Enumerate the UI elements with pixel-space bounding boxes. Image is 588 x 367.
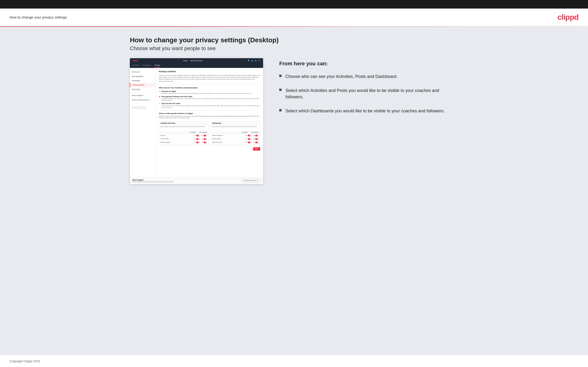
practice-coaches-toggle[interactable]: ON bbox=[194, 138, 199, 140]
bullet-text-3: Select which Dashboards you would like t… bbox=[285, 108, 445, 114]
mock-row-playerdash: Player Dashboard ON ON bbox=[211, 134, 260, 137]
bullet-list: Choose who can see your Activities, Post… bbox=[279, 73, 458, 114]
mock-subnav-settings[interactable]: Settings bbox=[154, 64, 160, 68]
mock-sidebar-dataintegrations[interactable]: Data Integrations › bbox=[130, 74, 156, 79]
mock-row-rounds: Rounds ON ON bbox=[159, 134, 208, 137]
col-followers: FOLLOWERS bbox=[199, 132, 207, 133]
toggle-pill bbox=[255, 138, 259, 140]
mock-subnav: My Profile Connections Settings bbox=[130, 63, 263, 68]
mock-sidebar-mygolfbag[interactable]: My Golf Bag › bbox=[130, 87, 156, 92]
mock-radio-group: Everyone on Clippd Everyone on Clippd ca… bbox=[159, 91, 260, 108]
whattowrkon-followers-toggle[interactable]: ON bbox=[253, 142, 259, 143]
row-label-roundinsights: Round Insights bbox=[212, 138, 221, 140]
mock-radio-onlyyou[interactable]: Only You and Your Coach Only you and the… bbox=[159, 103, 260, 108]
mock-radio-followers[interactable]: Only Approved Followers and Your Coach O… bbox=[159, 96, 260, 101]
manual-followers-toggle[interactable]: ON bbox=[201, 142, 207, 143]
search-icon: 🔍 bbox=[248, 60, 250, 62]
radio-label-everyone: Everyone on Clippd bbox=[162, 91, 252, 92]
mock-sidebar: My Account › Data Integrations › Subscri… bbox=[130, 68, 156, 177]
mock-sidebar-privacy-policy[interactable]: Service & Privacy Policy ↗ bbox=[130, 98, 156, 102]
mock-row-practice: Practice Drills ON ON bbox=[159, 137, 208, 141]
mock-sidebar-myaccount[interactable]: My Account › bbox=[130, 70, 156, 74]
footer: Copyright Clippd 2022 bbox=[0, 355, 588, 367]
rounds-coaches-toggle[interactable]: ON bbox=[194, 135, 199, 136]
playerdash-followers-toggle[interactable]: ON bbox=[253, 135, 259, 136]
bullet-item-3: Select which Dashboards you would like t… bbox=[279, 108, 458, 114]
mock-activities-header: Activities and Posts bbox=[159, 121, 208, 125]
main-content: How to change your privacy settings (Des… bbox=[0, 27, 588, 355]
mock-subnav-connections[interactable]: Connections bbox=[142, 64, 151, 68]
user-icon: 👤 bbox=[254, 60, 257, 62]
clippd-logo: clippd bbox=[558, 13, 579, 22]
screenshot-container: clippd Home My Performance 🔍 ⊞ 👤 🏴 bbox=[130, 58, 263, 184]
mock-section-desc: Control how you and your data appears to… bbox=[159, 74, 260, 82]
chevron-icon: › bbox=[153, 84, 154, 86]
row-label-rounds: Rounds bbox=[161, 135, 165, 136]
playerdash-toggles: ON ON bbox=[245, 135, 259, 136]
toggle-pill bbox=[248, 135, 251, 136]
whattowrkon-coaches-toggle[interactable]: ON bbox=[245, 142, 251, 143]
mock-dashboards-section: Dashboards Select the types of activity … bbox=[210, 121, 260, 144]
mock-section-title: Privacy Controls bbox=[159, 70, 260, 73]
mock-help-title: Help & Support bbox=[132, 179, 174, 181]
playerdash-coaches-toggle[interactable]: ON bbox=[245, 135, 251, 136]
rounds-followers-toggle[interactable]: ON bbox=[201, 135, 207, 136]
row-label-practice: Practice Drills bbox=[161, 138, 169, 140]
manual-coaches-toggle[interactable]: ON bbox=[194, 142, 199, 143]
mock-nav: Home My Performance bbox=[183, 60, 203, 62]
bullet-square-1 bbox=[279, 75, 282, 77]
toggle-pill bbox=[204, 138, 207, 140]
mock-body: My Account › Data Integrations › Subscri… bbox=[130, 68, 263, 177]
mock-logo: clippd bbox=[132, 59, 138, 62]
toggle-pill bbox=[255, 142, 259, 143]
bullet-item-1: Choose who can see your Activities, Post… bbox=[279, 73, 458, 80]
toggle-pill bbox=[204, 142, 207, 143]
toggle-pill bbox=[196, 138, 199, 140]
practice-toggles: ON ON bbox=[194, 138, 207, 140]
chevron-icon: › bbox=[153, 89, 154, 91]
mock-row-roundinsights: Round Insights ON ON bbox=[211, 137, 260, 141]
mock-sidebar-privacycontrols[interactable]: Privacy Controls › bbox=[130, 83, 156, 87]
external-link-icon: ↗ bbox=[258, 180, 259, 182]
mock-subnav-profile[interactable]: My Profile bbox=[132, 64, 139, 68]
row-label-playerdash: Player Dashboard bbox=[212, 135, 223, 136]
mock-show-hide-desc: Regardless of the privacy controls that … bbox=[159, 116, 260, 119]
toggle-pill bbox=[196, 142, 199, 143]
mock-sidebar-helpsupport[interactable]: Help & Support ↗ bbox=[130, 93, 156, 98]
roundinsights-coaches-toggle[interactable]: ON bbox=[245, 138, 251, 140]
mock-toggles-row: Activities and Posts Select the types of… bbox=[159, 121, 260, 144]
radio-label-onlyyou: Only You and Your Coach bbox=[162, 103, 260, 105]
mock-main-content: Privacy Controls Control how you and you… bbox=[156, 68, 263, 177]
dash-col-followers: FOLLOWERS bbox=[251, 132, 259, 133]
mock-divider-1 bbox=[159, 84, 260, 85]
bullet-square-3 bbox=[279, 109, 282, 111]
flag-icon: 🏴 bbox=[258, 60, 261, 62]
mock-save-button[interactable]: Save bbox=[253, 147, 260, 150]
practice-followers-toggle[interactable]: ON bbox=[201, 138, 207, 140]
main-heading: How to change your privacy settings (Des… bbox=[130, 36, 458, 44]
toggle-pill bbox=[196, 135, 199, 136]
bullet-text-2: Select which Activities and Posts you wo… bbox=[285, 87, 458, 100]
content-row: clippd Home My Performance 🔍 ⊞ 👤 🏴 bbox=[130, 58, 458, 184]
sidebar-divider bbox=[132, 92, 154, 93]
col-coaches: COACHES bbox=[190, 132, 196, 133]
mock-divider-2 bbox=[159, 110, 260, 110]
roundinsights-toggles: ON ON bbox=[245, 138, 259, 140]
roundinsights-followers-toggle[interactable]: ON bbox=[253, 138, 259, 140]
whattowrkon-toggles: ON ON bbox=[245, 142, 259, 143]
mock-dashboards-desc: Select the types of activity that you'd … bbox=[211, 125, 260, 128]
mock-sidebar-subscription[interactable]: Subscription › bbox=[130, 79, 156, 83]
mock-radio-everyone[interactable]: Everyone on Clippd Everyone on Clippd ca… bbox=[159, 91, 260, 94]
dash-col-coaches: COACHES bbox=[242, 132, 248, 133]
toggle-pill bbox=[248, 142, 251, 143]
manual-toggles: ON ON bbox=[194, 142, 207, 143]
mock-dash-col-labels: COACHES FOLLOWERS bbox=[242, 132, 259, 133]
mock-help-desc: Visit our Clippd community to troublesho… bbox=[132, 181, 174, 183]
top-black-bar bbox=[0, 0, 588, 8]
chevron-icon: › bbox=[153, 80, 154, 82]
grid-icon: ⊞ bbox=[251, 60, 253, 62]
mock-activities-section: Activities and Posts Select the types of… bbox=[159, 121, 209, 144]
mock-visit-community-button[interactable]: Visit Our Community ↗ bbox=[242, 179, 261, 183]
mock-row-manual: Manual Activities ON ON bbox=[159, 141, 208, 144]
radio-desc-followers: Only approved followers and coaches you … bbox=[162, 98, 260, 101]
